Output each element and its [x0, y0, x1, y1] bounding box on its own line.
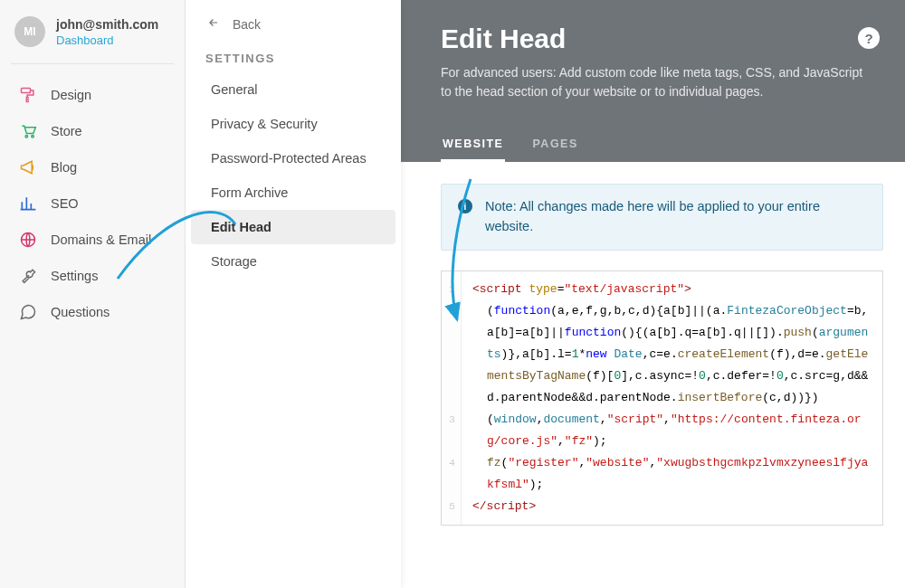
paint-roller-icon: [18, 85, 38, 105]
avatar[interactable]: MI: [14, 16, 45, 47]
primary-sidebar: MI john@smith.com Dashboard Design Store…: [0, 0, 186, 588]
info-icon: i: [458, 199, 472, 213]
submenu-item-password[interactable]: Password-Protected Areas: [191, 141, 395, 175]
back-label: Back: [233, 17, 261, 32]
code-line: (function(a,e,f,g,b,c,d){a[b]||(a.Fintez…: [472, 300, 873, 409]
sidebar-item-label: Design: [51, 88, 91, 102]
submenu-item-storage[interactable]: Storage: [191, 244, 395, 279]
sidebar-item-label: Questions: [51, 305, 110, 319]
sidebar-item-store[interactable]: Store: [0, 113, 185, 149]
submenu-item-general[interactable]: General: [191, 72, 395, 107]
sidebar-item-label: Domains & Email: [51, 232, 151, 247]
page-title: Edit Head: [441, 24, 874, 54]
user-email: john@smith.com: [56, 17, 158, 32]
user-block: MI john@smith.com Dashboard: [0, 0, 185, 63]
main-content: Edit Head For advanced users: Add custom…: [401, 0, 905, 588]
sidebar-item-design[interactable]: Design: [0, 77, 185, 113]
line-number: 1: [445, 279, 455, 300]
sidebar-item-label: Store: [51, 124, 82, 138]
submenu-item-form-archive[interactable]: Form Archive: [191, 175, 395, 210]
tab-bar: WEBSITE PAGES: [441, 128, 874, 162]
dashboard-link[interactable]: Dashboard: [56, 33, 158, 47]
bar-chart-icon: [18, 194, 38, 213]
tab-website[interactable]: WEBSITE: [441, 128, 505, 162]
sidebar-item-seo[interactable]: SEO: [0, 185, 185, 222]
settings-submenu: Back SETTINGS General Privacy & Security…: [186, 0, 401, 588]
tab-pages[interactable]: PAGES: [530, 128, 579, 162]
submenu-item-privacy[interactable]: Privacy & Security: [191, 107, 395, 141]
sidebar-item-settings[interactable]: Settings: [0, 258, 185, 294]
sidebar-item-label: Blog: [51, 160, 77, 175]
line-number: 2: [445, 300, 455, 409]
sidebar-item-blog[interactable]: Blog: [0, 149, 185, 185]
page-description: For advanced users: Add custom code like…: [441, 63, 874, 101]
sidebar-item-questions[interactable]: Questions: [0, 294, 185, 330]
megaphone-icon: [18, 157, 38, 177]
back-button[interactable]: Back: [186, 0, 401, 39]
globe-icon: [18, 230, 38, 250]
page-header: Edit Head For advanced users: Add custom…: [401, 0, 905, 162]
svg-point-2: [25, 136, 27, 138]
submenu-item-edit-head[interactable]: Edit Head: [191, 210, 395, 244]
note-text: Note: All changes made here will be appl…: [485, 197, 866, 237]
code-line: fz("register","website","xwugbsthgcmkpzl…: [472, 452, 873, 496]
chat-icon: [18, 302, 38, 322]
divider: [11, 63, 174, 64]
sidebar-item-domains[interactable]: Domains & Email: [0, 222, 185, 258]
svg-rect-1: [26, 98, 28, 102]
wrench-icon: [18, 266, 38, 286]
line-number: 4: [445, 452, 455, 496]
arrow-left-icon: [205, 16, 222, 32]
code-line: (window,document,"script","https://conte…: [472, 409, 873, 452]
info-note: i Note: All changes made here will be ap…: [441, 184, 883, 251]
sidebar-item-label: Settings: [51, 269, 98, 283]
code-line: <script type="text/javascript">: [472, 279, 873, 300]
submenu-title: SETTINGS: [186, 39, 401, 72]
sidebar-item-label: SEO: [51, 196, 79, 211]
code-editor[interactable]: 1 2 3 4 5 <script type="text/javascript"…: [441, 270, 883, 526]
line-gutter: 1 2 3 4 5: [442, 271, 462, 525]
help-button[interactable]: ?: [858, 27, 880, 49]
code-line: </script>: [472, 496, 873, 517]
code-body[interactable]: <script type="text/javascript"> (functio…: [462, 271, 882, 525]
svg-point-3: [32, 136, 34, 138]
line-number: 5: [445, 496, 455, 517]
cart-icon: [18, 121, 38, 141]
svg-rect-0: [22, 89, 31, 93]
line-number: 3: [445, 409, 455, 452]
